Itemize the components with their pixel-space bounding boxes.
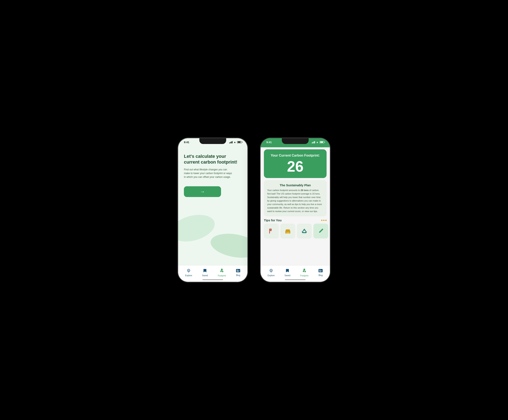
saved-icon-2 — [286, 269, 289, 274]
svg-rect-13 — [287, 232, 288, 233]
tip-card-edit[interactable] — [313, 224, 328, 239]
tips-dots — [321, 220, 327, 221]
signal-icon-1 — [229, 141, 233, 143]
phone-1: 9:41 ▲ Let's c — [178, 138, 248, 282]
nav-item-saved-1[interactable]: Saved — [202, 269, 208, 277]
side-button-left-2c — [260, 180, 261, 189]
svg-point-3 — [222, 271, 223, 272]
nav-item-blog-1[interactable]: Blog — [236, 269, 240, 277]
phone-notch-2 — [282, 138, 309, 144]
tips-title: Tips for You — [264, 218, 282, 222]
phone-notch-1 — [199, 138, 226, 144]
svg-point-2 — [221, 270, 222, 272]
carbon-card-value: 26 — [287, 159, 303, 174]
svg-rect-5 — [237, 270, 238, 270]
saved-icon-1 — [203, 269, 207, 274]
screen-content-2: Your Current Carbon Footprint: 26 The Su… — [261, 147, 330, 265]
battery-fill-2 — [320, 142, 323, 143]
svg-point-1 — [221, 269, 223, 271]
nav-item-saved-2[interactable]: Saved — [285, 269, 290, 277]
status-icons-1: ▲ — [229, 141, 242, 143]
edit-icon — [318, 228, 324, 234]
wifi-icon-1: ▲ — [234, 141, 236, 143]
svg-rect-7 — [237, 271, 239, 272]
tip-card-community[interactable] — [280, 224, 295, 239]
svg-rect-23 — [319, 271, 321, 272]
side-button-left-2a — [260, 159, 261, 165]
svg-point-17 — [303, 269, 305, 271]
blog-icon-1 — [236, 269, 240, 274]
arrow-icon: → — [200, 189, 205, 195]
plan-text-part1: Your carbon footprint amounts to — [267, 189, 301, 191]
nav-item-footprint-1[interactable]: Footprint — [218, 268, 226, 277]
screen-content-1: Let's calculate your current carbon foot… — [178, 147, 247, 265]
signal-bar-3 — [231, 142, 232, 143]
side-button-right-2 — [330, 163, 330, 175]
tips-section: Tips for You — [264, 218, 327, 239]
tip-card-food[interactable] — [264, 224, 279, 239]
status-icons-2: ▲ — [312, 141, 324, 143]
plan-card-text: Your carbon footprint amounts to 26 tons… — [267, 188, 323, 213]
side-button-right-1 — [247, 163, 248, 175]
tips-row — [264, 224, 327, 239]
signal-bar-2-3 — [314, 142, 314, 143]
plan-text-part2: of carbon. Not bad! The US carbon footpr… — [267, 189, 322, 212]
tip-card-recycle[interactable] — [297, 224, 312, 239]
signal-bar-2-2 — [313, 142, 313, 143]
svg-rect-14 — [289, 232, 289, 233]
blog-label-1: Blog — [236, 274, 240, 277]
saved-label-1: Saved — [202, 274, 208, 277]
battery-icon-2 — [320, 141, 324, 143]
signal-bar-2-4 — [314, 141, 315, 143]
plan-text-bold1: 26 tons — [301, 189, 309, 191]
tip-dot-3 — [325, 220, 327, 221]
main-subtitle-1: Find out what lifestyle changes you can … — [184, 168, 233, 179]
signal-bar-4 — [232, 141, 233, 143]
phones-container: 9:41 ▲ Let's c — [178, 138, 330, 282]
explore-label-1: Explore — [185, 274, 192, 277]
home-indicator-2 — [285, 279, 306, 280]
status-time-2: 9:41 — [266, 141, 272, 144]
blog-icon-2 — [318, 269, 323, 274]
svg-rect-12 — [287, 232, 287, 233]
footprint-label-2: Footprint — [300, 275, 308, 277]
tips-header: Tips for You — [264, 218, 327, 222]
battery-fill-1 — [238, 142, 241, 143]
nav-item-explore-1[interactable]: Explore — [185, 269, 192, 277]
tip-dot-1 — [321, 220, 323, 221]
nav-item-blog-2[interactable]: Blog — [318, 269, 323, 277]
svg-point-19 — [304, 271, 306, 272]
svg-point-0 — [188, 272, 189, 272]
screen-2: 9:41 ▲ Your C — [261, 138, 330, 282]
food-icon — [268, 228, 275, 234]
nav-item-footprint-2[interactable]: Footprint — [300, 268, 308, 277]
svg-rect-22 — [319, 271, 322, 271]
nav-item-explore-2[interactable]: Explore — [268, 269, 275, 277]
side-button-left-2b — [260, 168, 261, 177]
main-title-1: Let's calculate your current carbon foot… — [184, 153, 242, 165]
svg-point-16 — [271, 272, 271, 272]
svg-rect-8 — [269, 229, 270, 233]
signal-bar-2-1 — [312, 142, 312, 143]
saved-label-2: Saved — [285, 274, 290, 277]
explore-icon-2 — [269, 269, 273, 274]
home-indicator-1 — [202, 279, 223, 280]
explore-icon-1 — [187, 269, 191, 274]
status-time-1: 9:41 — [184, 141, 189, 144]
footprint-icon-2 — [302, 268, 306, 274]
carbon-card-title: Your Current Carbon Footprint: — [271, 153, 320, 158]
battery-icon-1 — [237, 141, 242, 143]
footprint-icon-1 — [220, 268, 224, 274]
signal-bar-1 — [229, 142, 230, 143]
signal-icon-2 — [312, 141, 315, 143]
get-started-button[interactable]: → — [184, 186, 221, 197]
screen-1: 9:41 ▲ Let's c — [178, 138, 247, 282]
signal-bar-2 — [230, 142, 231, 143]
plan-card: The Sustainably Plan Your carbon footpri… — [264, 180, 327, 216]
svg-rect-9 — [270, 229, 271, 231]
svg-rect-6 — [237, 271, 240, 271]
carbon-footprint-card: Your Current Carbon Footprint: 26 — [264, 149, 327, 178]
community-icon — [285, 228, 291, 234]
plan-card-title: The Sustainably Plan — [267, 183, 323, 187]
footprint-label-1: Footprint — [218, 275, 226, 277]
